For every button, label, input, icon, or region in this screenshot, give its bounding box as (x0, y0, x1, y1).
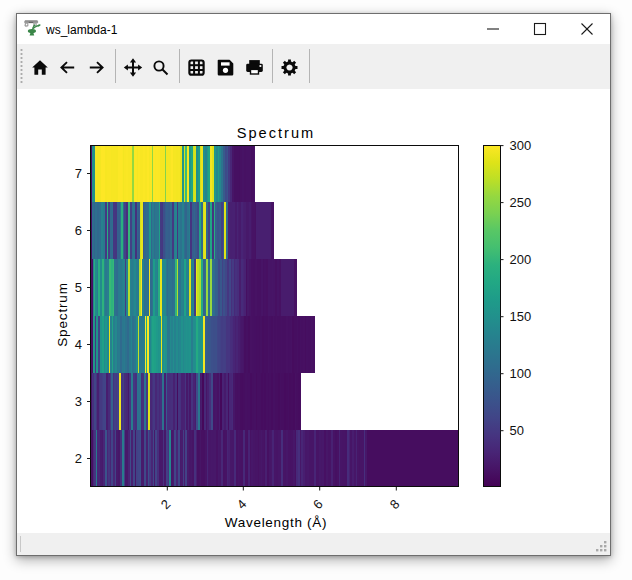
svg-text:4: 4 (234, 497, 250, 513)
svg-text:2: 2 (75, 451, 82, 466)
svg-text:300: 300 (510, 138, 532, 153)
svg-text:2: 2 (158, 497, 174, 513)
svg-text:4: 4 (75, 337, 82, 352)
svg-text:3: 3 (75, 394, 82, 409)
svg-text:5: 5 (75, 280, 82, 295)
svg-text:50: 50 (510, 423, 524, 438)
svg-text:6: 6 (310, 497, 326, 513)
svg-text:Spectrum: Spectrum (55, 282, 70, 347)
svg-text:100: 100 (510, 366, 532, 381)
svg-text:Wavelength (Å): Wavelength (Å) (225, 515, 327, 530)
svg-text:7: 7 (75, 166, 82, 181)
svg-text:8: 8 (387, 497, 403, 513)
svg-text:200: 200 (510, 252, 532, 267)
svg-text:6: 6 (75, 223, 82, 238)
svg-text:150: 150 (510, 309, 532, 324)
svg-text:250: 250 (510, 195, 532, 210)
svg-text:Spectrum: Spectrum (237, 125, 315, 141)
